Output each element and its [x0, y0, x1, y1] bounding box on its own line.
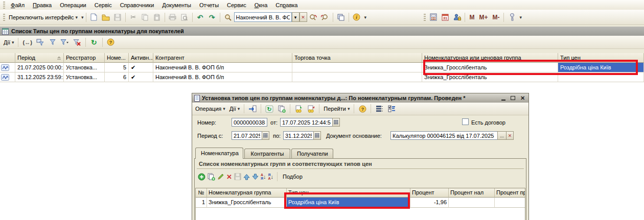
info-overflow-icon[interactable]: ▾: [364, 15, 367, 20]
has-contract-checkbox[interactable]: [462, 118, 469, 125]
cell-percent-nal[interactable]: [449, 198, 495, 208]
list-settings-button[interactable]: [374, 103, 385, 114]
column-header-contractor[interactable]: Контрагент: [153, 53, 292, 63]
search-button[interactable]: [222, 12, 234, 23]
settings-button[interactable]: [506, 12, 517, 23]
menu-item-5[interactable]: Документы: [158, 1, 195, 9]
column-header-group[interactable]: Номенклатурная группа: [207, 188, 287, 198]
goto-button[interactable]: Перейти ▾: [322, 103, 351, 114]
move-down-button[interactable]: [252, 174, 259, 180]
cell-number[interactable]: 5: [105, 63, 129, 72]
column-header-active[interactable]: Активн...: [129, 53, 153, 63]
reread-button[interactable]: ↻: [264, 103, 275, 114]
filter-off-button[interactable]: [72, 37, 83, 48]
memory-subtract-button[interactable]: M-: [490, 12, 501, 23]
toolbar-overflow-icon[interactable]: ▾: [81, 15, 84, 20]
record-cell[interactable]: [0, 72, 15, 82]
column-header-percent[interactable]: Процент: [410, 188, 449, 198]
cell-registrar[interactable]: Установка...: [64, 72, 105, 82]
base-doc-select-button[interactable]: ...: [497, 131, 507, 140]
undo-button[interactable]: ↶: [195, 12, 206, 23]
cell-trade-point[interactable]: [292, 63, 422, 72]
datetime-picker-button[interactable]: [332, 118, 340, 127]
move-up-button[interactable]: [243, 174, 250, 180]
redo-button[interactable]: ↷: [206, 12, 218, 23]
tab-nomenclature[interactable]: Номенклатура: [195, 148, 243, 159]
help-button[interactable]: ?: [105, 37, 117, 48]
cell-percent-prod[interactable]: [495, 198, 525, 208]
filter-history-button[interactable]: [59, 37, 71, 48]
toolbar-overflow-icon[interactable]: ▾: [519, 15, 522, 20]
new-document-button[interactable]: [88, 12, 100, 23]
menu-item-4[interactable]: Справочники: [116, 1, 158, 9]
cell-active[interactable]: ✔: [129, 72, 153, 82]
menu-item-9[interactable]: Справка: [271, 1, 302, 9]
refresh-button[interactable]: ↻: [88, 37, 100, 48]
windows-list-button[interactable]: [335, 12, 347, 23]
search-input[interactable]: [234, 12, 292, 22]
movements-in-button[interactable]: [293, 103, 304, 114]
cut-button[interactable]: ✂: [128, 12, 139, 23]
copy-button[interactable]: [140, 12, 151, 23]
base-doc-input[interactable]: [390, 131, 498, 140]
close-button[interactable]: ✕: [519, 94, 526, 102]
search-dropdown-button[interactable]: ▾: [292, 12, 300, 22]
date-interval-button[interactable]: (↔): [21, 37, 33, 48]
copy-document-button[interactable]: [276, 103, 287, 114]
datetime-input[interactable]: [280, 118, 333, 127]
sort-desc-button[interactable]: ЯА ↓: [268, 173, 273, 180]
column-header-num[interactable]: №: [196, 188, 207, 198]
calculator-button[interactable]: [428, 12, 439, 23]
cell-percent[interactable]: -1,96: [410, 198, 449, 208]
cell-contractor[interactable]: Наконечний В. В. ФОП б/п: [153, 63, 292, 72]
menu-item-3[interactable]: Сервіс: [90, 1, 116, 9]
find-next-button[interactable]: [308, 12, 319, 23]
menu-item-6[interactable]: Отчеты: [195, 1, 223, 9]
cell-period[interactable]: 21.07.2025 00:00:...: [15, 63, 64, 72]
column-header-percent-nal[interactable]: Процент нал: [449, 188, 495, 198]
toolbar-grip[interactable]: [3, 2, 5, 9]
post-document-button[interactable]: [247, 103, 258, 114]
toolbar-grip[interactable]: [3, 14, 5, 21]
filter-sort-button[interactable]: [35, 37, 46, 48]
maximize-button[interactable]: [509, 94, 517, 102]
cell-active[interactable]: ✔: [129, 63, 153, 72]
dialog-help-button[interactable]: ?: [357, 103, 368, 114]
tab-contractors[interactable]: Контрагенты: [244, 149, 290, 158]
preview-button[interactable]: [179, 12, 190, 23]
period-to-picker-button[interactable]: [313, 131, 321, 140]
add-row-button[interactable]: [198, 173, 205, 181]
info-button[interactable]: i: [351, 12, 362, 23]
base-doc-clear-button[interactable]: ✕: [506, 131, 514, 140]
menu-item-2[interactable]: Операции: [56, 1, 90, 9]
pick-button[interactable]: Подбор: [281, 171, 304, 182]
memory-recall-button[interactable]: M: [467, 12, 476, 23]
delete-row-button[interactable]: ✕: [226, 173, 232, 181]
save-button[interactable]: [112, 12, 123, 23]
checklist-settings-button[interactable]: [386, 103, 397, 114]
record-cell[interactable]: [0, 63, 15, 72]
copy-row-button[interactable]: [208, 173, 215, 181]
tab-recipients[interactable]: Получатели: [291, 149, 333, 158]
movements-out-button[interactable]: [305, 103, 316, 114]
menu-item-7[interactable]: Сервис: [223, 1, 250, 9]
cell-trade-point[interactable]: [292, 72, 422, 82]
operation-button[interactable]: Операция ▾: [194, 103, 227, 114]
column-header-number[interactable]: Номе...: [105, 53, 129, 63]
column-header-registrar[interactable]: Реєстратор: [64, 53, 105, 63]
filter-by-value-button[interactable]: [47, 37, 58, 48]
menu-item-0[interactable]: Файл: [7, 1, 29, 9]
column-header-icon[interactable]: [0, 53, 15, 63]
find-prev-button[interactable]: [319, 12, 331, 23]
memory-add-button[interactable]: M+: [477, 12, 490, 23]
save-rows-button[interactable]: [234, 173, 241, 180]
calendar-button[interactable]: 31: [440, 12, 451, 23]
search-clear-button[interactable]: ✕: [300, 12, 307, 22]
dialog-actions-button[interactable]: Дії ▾: [228, 103, 241, 114]
number-input[interactable]: [232, 118, 267, 127]
column-header-trade-point[interactable]: Торгова точка: [292, 53, 422, 63]
list-actions-button[interactable]: Дії ▾: [2, 37, 15, 48]
cell-period[interactable]: 31.12.2025 23:59:...: [15, 72, 64, 82]
menu-item-8[interactable]: Окна: [250, 1, 272, 9]
open-button[interactable]: [100, 12, 111, 23]
